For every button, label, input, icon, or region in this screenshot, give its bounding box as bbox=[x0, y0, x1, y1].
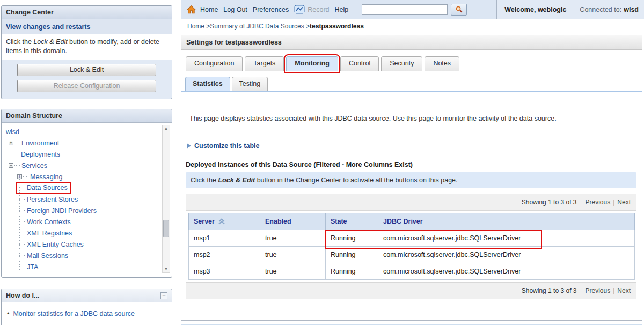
preferences-link[interactable]: Preferences bbox=[253, 6, 289, 13]
previous-link[interactable]: Previous bbox=[586, 287, 611, 294]
collapse-icon[interactable]: − bbox=[160, 292, 167, 299]
tab-control[interactable]: Control bbox=[340, 56, 379, 71]
lock-edit-button[interactable]: Lock & Edit bbox=[17, 64, 157, 76]
table-row[interactable]: msp1 true Running com.microsoft.sqlserve… bbox=[189, 230, 635, 247]
release-configuration-button: Release Configuration bbox=[17, 80, 157, 92]
change-center-title: Change Center bbox=[6, 6, 54, 19]
red-annotation-box: Data Sources bbox=[17, 183, 70, 193]
next-link[interactable]: Next bbox=[617, 287, 631, 294]
tree-item-persistent-stores[interactable]: Persistent Stores bbox=[2, 194, 172, 205]
scrollbar-thumb[interactable] bbox=[163, 220, 169, 237]
tree-dash bbox=[19, 188, 26, 188]
cell-enabled: true bbox=[260, 263, 326, 280]
tree-item-xml-registries[interactable]: XML Registries bbox=[2, 227, 172, 239]
cell-state: Running bbox=[326, 230, 378, 247]
settings-panel: Settings for testpasswordless Configurat… bbox=[181, 35, 642, 321]
tree-item-environment[interactable]: +Environment bbox=[2, 137, 172, 149]
plus-icon[interactable]: + bbox=[9, 141, 13, 145]
scroll-up-icon[interactable]: ▲ bbox=[163, 125, 170, 132]
column-jdbc-driver[interactable]: JDBC Driver bbox=[378, 213, 635, 230]
domain-name: wlsd bbox=[624, 6, 639, 13]
column-state[interactable]: State bbox=[326, 213, 378, 230]
cell-state: Running bbox=[326, 263, 378, 280]
tree-item-xml-entity-caches[interactable]: XML Entity Caches bbox=[2, 239, 172, 250]
view-changes-link[interactable]: View changes and restarts bbox=[6, 23, 90, 31]
tab-security[interactable]: Security bbox=[381, 56, 422, 71]
welcome-text: Welcome, weblogic bbox=[504, 6, 573, 13]
tree-dash bbox=[11, 154, 20, 154]
search-button[interactable] bbox=[451, 4, 467, 16]
lock-edit-notice: Click the Lock & Edit button in the Chan… bbox=[186, 172, 636, 188]
tree-dash bbox=[14, 143, 21, 143]
search-input[interactable] bbox=[362, 4, 448, 15]
tab-monitoring[interactable]: Monitoring bbox=[286, 56, 338, 71]
table-header-row: Server Enabled State JDBC Driver bbox=[189, 213, 635, 230]
tree-item-data-sources[interactable]: Data Sources bbox=[2, 182, 172, 194]
cell-server: msp1 bbox=[189, 230, 260, 247]
breadcrumb-home[interactable]: Home > bbox=[187, 23, 210, 30]
home-icon[interactable] bbox=[186, 5, 196, 14]
tree-scrollbar[interactable]: ▲ ▼ bbox=[162, 125, 170, 273]
home-link[interactable]: Home bbox=[200, 6, 218, 13]
previous-link[interactable]: Previous bbox=[586, 198, 611, 206]
cell-state: Running bbox=[326, 247, 378, 263]
scroll-down-icon[interactable]: ▼ bbox=[163, 266, 170, 272]
table-row[interactable]: msp2 true Running com.microsoft.sqlserve… bbox=[189, 247, 635, 263]
tree-dash bbox=[19, 244, 26, 245]
welcome-section: Welcome, weblogic Connected to:wlsd bbox=[496, 0, 644, 19]
next-link[interactable]: Next bbox=[617, 198, 631, 206]
cell-jdbc-driver: com.microsoft.sqlserver.jdbc.SQLServerDr… bbox=[378, 247, 635, 263]
tree-item-services[interactable]: −Services bbox=[2, 160, 172, 171]
view-changes-row: View changes and restarts bbox=[2, 19, 172, 34]
domain-structure-panel: Domain Structure wlsd +Environment Deplo… bbox=[1, 109, 172, 278]
monitor-statistics-link[interactable]: Monitor statistics for a JDBC data sourc… bbox=[13, 310, 134, 317]
tree-item-deployments[interactable]: Deployments bbox=[2, 149, 172, 160]
tree-dash bbox=[19, 199, 26, 200]
sort-ascending-icon[interactable] bbox=[218, 218, 225, 225]
tree-dash bbox=[14, 165, 21, 166]
page-title: Settings for testpasswordless bbox=[181, 35, 642, 50]
domain-structure-title: Domain Structure bbox=[6, 109, 62, 122]
cell-jdbc-driver: com.microsoft.sqlserver.jdbc.SQLServerDr… bbox=[378, 230, 635, 247]
cell-enabled: true bbox=[260, 247, 326, 263]
tree-dash bbox=[19, 255, 26, 256]
data-table-container: Showing 1 to 3 of 3 Previous | Next Serv… bbox=[186, 194, 636, 299]
column-enabled[interactable]: Enabled bbox=[260, 213, 326, 230]
column-server[interactable]: Server bbox=[189, 213, 260, 230]
plus-icon[interactable]: + bbox=[17, 174, 22, 179]
tree-dash bbox=[19, 267, 26, 267]
showing-count: Showing 1 to 3 of 3 bbox=[522, 198, 577, 206]
customize-table-link[interactable]: Customize this table bbox=[187, 142, 642, 150]
tree-item-mail-sessions[interactable]: Mail Sessions bbox=[2, 250, 172, 261]
cell-jdbc-driver: com.microsoft.sqlserver.jdbc.SQLServerDr… bbox=[378, 263, 635, 280]
tab-notes[interactable]: Notes bbox=[425, 56, 459, 71]
bullet-icon: • bbox=[7, 310, 9, 317]
tree-item-osgi-frameworks[interactable]: OSGi Frameworks bbox=[2, 272, 172, 275]
tab-targets[interactable]: Targets bbox=[245, 56, 284, 71]
tree-item-messaging[interactable]: +Messaging bbox=[2, 171, 172, 182]
change-center-instruction: Click the Lock & Edit button to modify, … bbox=[2, 34, 172, 60]
search-icon bbox=[455, 5, 463, 13]
table-row[interactable]: msp3 true Running com.microsoft.sqlserve… bbox=[189, 263, 635, 280]
subtab-bar: Statistics Testing bbox=[181, 72, 642, 92]
instances-table: Server Enabled State JDBC Driver bbox=[188, 213, 635, 280]
tab-configuration[interactable]: Configuration bbox=[186, 56, 243, 71]
cell-server: msp2 bbox=[189, 247, 260, 263]
tree-item-foreign-jndi-providers[interactable]: Foreign JNDI Providers bbox=[2, 205, 172, 216]
tree-item-jta[interactable]: JTA bbox=[2, 261, 172, 272]
breadcrumb-summary[interactable]: Summary of JDBC Data Sources > bbox=[210, 23, 310, 30]
help-link[interactable]: Help bbox=[335, 6, 349, 13]
main-column: Home Log Out Preferences Record Help Wel… bbox=[181, 0, 644, 325]
subtab-testing[interactable]: Testing bbox=[232, 77, 268, 91]
tree-dash bbox=[19, 210, 26, 211]
how-do-i-panel: How do I... − • Monitor statistics for a… bbox=[1, 289, 172, 325]
subtab-statistics[interactable]: Statistics bbox=[185, 77, 230, 91]
cell-server: msp3 bbox=[189, 263, 260, 280]
tree-item-work-contexts[interactable]: Work Contexts bbox=[2, 216, 172, 227]
pagination-bottom: Showing 1 to 3 of 3 Previous | Next bbox=[186, 282, 636, 299]
logout-link[interactable]: Log Out bbox=[223, 6, 247, 13]
tree-item-wlsd[interactable]: wlsd bbox=[2, 126, 172, 137]
top-toolbar: Home Log Out Preferences Record Help Wel… bbox=[181, 0, 644, 19]
minus-icon[interactable]: − bbox=[9, 163, 13, 168]
how-do-i-header: How do I... − bbox=[2, 289, 172, 302]
